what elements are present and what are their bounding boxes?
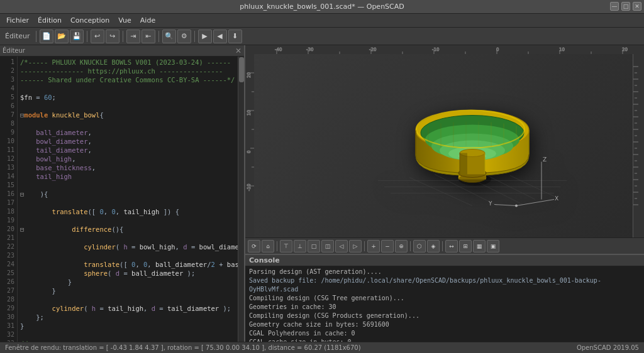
view-btn-render[interactable]: ▣ — [487, 240, 499, 253]
view-btn-home[interactable]: ⌂ — [262, 240, 274, 253]
svg-text:-30: -30 — [306, 47, 313, 52]
console-content[interactable]: Parsing design (AST generation).... Save… — [245, 266, 644, 342]
outdent-button[interactable]: ⇤ — [142, 30, 155, 43]
editor-scrollbar[interactable] — [238, 57, 244, 342]
svg-point-76 — [515, 204, 518, 207]
svg-rect-20 — [245, 54, 254, 237]
view-btn-axes[interactable]: ↔ — [445, 240, 458, 253]
toolbar-separator — [36, 31, 36, 42]
console-line: Geometries in cache: 30 — [249, 303, 640, 312]
svg-text:-20: -20 — [369, 47, 376, 52]
console-title: Console — [249, 256, 280, 264]
console-line: Compiling design (CSG Products generatio… — [249, 312, 640, 320]
svg-rect-67 — [460, 153, 467, 174]
svg-text:-40: -40 — [275, 47, 282, 52]
toolbar-sep3 — [123, 31, 123, 42]
search-button[interactable]: 🔍 — [162, 30, 176, 43]
editor-header: Éditeur ✕ — [0, 45, 244, 57]
menu-fichier[interactable]: Fichier — [3, 15, 33, 26]
status-right: OpenSCAD 2019.05 — [577, 344, 639, 351]
view-sep3 — [410, 241, 411, 251]
indent-button[interactable]: ⇥ — [126, 30, 140, 43]
menu-vue[interactable]: Vue — [114, 15, 135, 26]
title-bar: phluux_knuckle_bowls_001.scad* — OpenSCA… — [0, 0, 644, 14]
right-panel: -40 -30 -20 -10 0 10 20 — [245, 45, 644, 342]
svg-text:0: 0 — [496, 47, 499, 52]
status-bar: Fenêtre de rendu: translation = [ -0.43 … — [0, 342, 644, 353]
undo-button[interactable]: ↩ — [91, 30, 104, 43]
minimize-button[interactable]: — — [610, 2, 619, 11]
render-button[interactable]: ◀ — [213, 30, 227, 43]
open-button[interactable]: 📂 — [55, 30, 69, 43]
code-content[interactable]: /*----- PHLUUX KNUCKLE BOWLS V001 (2023-… — [18, 57, 238, 342]
svg-text:Z: Z — [543, 156, 547, 162]
editor-close-button[interactable]: ✕ — [235, 46, 242, 55]
svg-rect-77 — [633, 54, 644, 237]
toolbar: Éditeur 📄 📂 💾 ↩ ↪ ⇥ ⇤ 🔍 ⚙ ▶ ◀ ⬇ — [0, 28, 644, 45]
svg-line-74 — [494, 204, 516, 205]
svg-text:-10: -10 — [247, 184, 252, 191]
console-header: Console — [245, 255, 644, 266]
window-controls[interactable]: — □ ✕ — [610, 2, 641, 11]
settings-button[interactable]: ⚙ — [177, 30, 191, 43]
console-line: Parsing design (AST generation).... — [249, 268, 640, 276]
ruler-right — [633, 54, 644, 237]
svg-text:0: 0 — [247, 151, 252, 153]
scroll-thumb[interactable] — [239, 57, 244, 82]
editor-panel: Éditeur ✕ 12345 678910 1112131415 161718… — [0, 45, 245, 342]
view-btn-top[interactable]: ⊤ — [280, 240, 292, 253]
view-btn-crosshairs[interactable]: ⊞ — [459, 240, 472, 253]
view-btn-persp[interactable]: ◈ — [427, 240, 440, 253]
view-btn-reset[interactable]: ⟳ — [248, 240, 260, 253]
bowl-container: Z X Y — [372, 55, 573, 220]
console-line: CGAL cache size in bytes: 0 — [249, 338, 640, 342]
svg-text:Y: Y — [488, 200, 492, 206]
view-sep4 — [442, 241, 443, 251]
editor-header-label: Éditeur — [3, 47, 25, 54]
export-button[interactable]: ⬇ — [228, 30, 242, 43]
status-left: Fenêtre de rendu: translation = [ -0.43 … — [5, 344, 361, 351]
view-btn-zoom-in[interactable]: + — [367, 240, 380, 253]
editor-label: Éditeur — [3, 32, 33, 40]
bowl-svg: Z X Y — [372, 55, 573, 218]
view-sep2 — [364, 241, 365, 251]
redo-button[interactable]: ↪ — [106, 30, 119, 43]
menu-aide[interactable]: Aide — [136, 15, 159, 26]
view-btn-ortho[interactable]: ⬡ — [413, 240, 426, 253]
close-button[interactable]: ✕ — [633, 2, 641, 11]
toolbar-sep2 — [87, 31, 87, 42]
menu-conception[interactable]: Conception — [67, 15, 113, 26]
view-btn-front[interactable]: □ — [308, 240, 320, 253]
view-btn-zoom-out[interactable]: − — [381, 240, 394, 253]
console-line: Geometry cache size in bytes: 5691600 — [249, 320, 640, 329]
svg-text:10: 10 — [247, 110, 252, 116]
svg-text:-10: -10 — [432, 47, 439, 52]
view-btn-left[interactable]: ◁ — [335, 240, 348, 253]
svg-rect-0 — [245, 45, 644, 54]
view-btn-edge[interactable]: ▦ — [473, 240, 486, 253]
compile-button[interactable]: ▶ — [198, 30, 212, 43]
console-line: Saved backup file: /home/phidu/.local/sh… — [249, 276, 640, 294]
new-button[interactable]: 📄 — [40, 30, 53, 43]
menu-edition[interactable]: Édition — [34, 15, 65, 26]
view-btn-bottom[interactable]: ⊥ — [294, 240, 306, 253]
line-numbers: 12345 678910 1112131415 1617181920 21222… — [0, 57, 18, 342]
menu-bar: Fichier Édition Conception Vue Aide — [0, 14, 644, 28]
console-line: Compiling design (CSG Tree generation)..… — [249, 294, 640, 303]
view-btn-zoom-all[interactable]: ⊕ — [395, 240, 408, 253]
code-area[interactable]: 12345 678910 1112131415 1617181920 21222… — [0, 57, 244, 342]
toolbar-sep5 — [194, 31, 195, 42]
ruler-horizontal: -40 -30 -20 -10 0 10 20 — [245, 45, 644, 54]
console-line: CGAL Polyhedrons in cache: 0 — [249, 329, 640, 338]
console-panel: Console Parsing design (AST generation).… — [245, 254, 644, 342]
save-button[interactable]: 💾 — [70, 30, 84, 43]
view-sep1 — [277, 241, 277, 251]
view-btn-right[interactable]: ▷ — [349, 240, 362, 253]
maximize-button[interactable]: □ — [621, 2, 630, 11]
3d-view[interactable]: -40 -30 -20 -10 0 10 20 — [245, 45, 644, 237]
svg-text:20: 20 — [622, 47, 628, 52]
svg-line-72 — [516, 199, 554, 205]
svg-text:X: X — [555, 195, 558, 201]
view-btn-back[interactable]: ◫ — [321, 240, 334, 253]
svg-text:10: 10 — [559, 47, 565, 52]
